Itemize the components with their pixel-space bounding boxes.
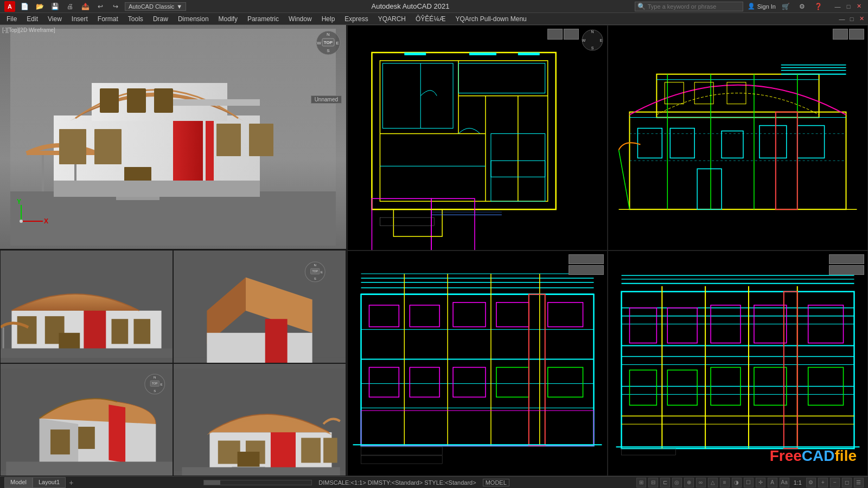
menu-dimension[interactable]: Dimension xyxy=(174,14,213,24)
otrack-icon[interactable]: ∞ xyxy=(696,478,706,487)
polar-icon[interactable]: ◎ xyxy=(672,478,682,487)
viewport-3d-main[interactable]: [-][Top][2D Wireframe] N S E W TOP xyxy=(0,25,346,250)
osnap-icon[interactable]: ⊕ xyxy=(684,478,694,487)
menu-yqarch2[interactable]: ÔŶÊÉ¼Æ xyxy=(411,14,450,24)
panel-close-button[interactable]: ✕ xyxy=(857,15,866,23)
menu-bar: File Edit View Insert Format Tools Draw … xyxy=(0,13,868,25)
save-button[interactable]: 💾 xyxy=(49,1,61,12)
viewport-controls-tl xyxy=(547,29,579,40)
viewport-ctrl-tr1[interactable] xyxy=(833,29,848,40)
sign-in-button[interactable]: 👤 Sign In xyxy=(748,3,776,10)
menu-insert[interactable]: Insert xyxy=(67,14,92,24)
cad-drawing-floorplan xyxy=(348,25,607,250)
minimize-button[interactable]: — xyxy=(833,2,842,11)
ortho-icon[interactable]: ⊏ xyxy=(660,478,670,487)
svg-rect-19 xyxy=(154,88,173,113)
svg-rect-17 xyxy=(100,88,119,113)
menu-file[interactable]: File xyxy=(2,14,21,24)
svg-text:S: S xyxy=(154,388,156,392)
menu-format[interactable]: Format xyxy=(93,14,123,24)
viewport-controls-tr xyxy=(833,29,864,40)
viewport-ctrl-bl1[interactable] xyxy=(569,254,604,264)
unnamed-button[interactable]: Unnamed xyxy=(311,95,342,104)
svg-text:N: N xyxy=(154,375,156,379)
viewport-3d-front[interactable] xyxy=(0,250,173,363)
workspace-switch-icon[interactable]: ⚙ xyxy=(806,478,816,487)
lwt-icon[interactable]: ≡ xyxy=(720,478,730,487)
viewport-ctrl-btn1[interactable] xyxy=(547,29,563,40)
cad-elevation-top[interactable] xyxy=(608,25,868,251)
anno-scale-icon[interactable]: Aa xyxy=(780,478,789,487)
svg-rect-20 xyxy=(59,129,86,164)
titlebar-left: A 📄 📂 💾 🖨 📤 ↩ ↪ AutoCAD Classic ▼ xyxy=(4,1,186,12)
viewport-ctrl-tr2[interactable] xyxy=(849,29,864,40)
svg-rect-76 xyxy=(182,467,340,476)
cad-floorplan-top[interactable]: N S E W xyxy=(347,25,608,251)
menu-modify[interactable]: Modify xyxy=(214,14,242,24)
open-button[interactable]: 📂 xyxy=(34,1,46,12)
panel-maximize-button[interactable]: □ xyxy=(847,15,856,23)
publish-button[interactable]: 📤 xyxy=(79,1,91,12)
help-icon[interactable]: ❓ xyxy=(813,1,825,12)
viewport-ctrl-br2[interactable] xyxy=(829,265,864,275)
viewport-ctrl-bl2[interactable] xyxy=(569,265,604,275)
viewport-ctrl-br1[interactable] xyxy=(829,254,864,264)
maximize-button[interactable]: □ xyxy=(844,2,853,11)
zoom-out-icon[interactable]: − xyxy=(830,478,840,487)
gizmo-icon[interactable]: ✛ xyxy=(756,478,765,487)
cad-section-bottom-right[interactable]: FreeCADfile xyxy=(608,251,868,476)
ducs-icon[interactable]: △ xyxy=(708,478,718,487)
zoom-in-icon[interactable]: + xyxy=(818,478,828,487)
annotation-icon[interactable]: A xyxy=(768,478,777,487)
plot-button[interactable]: 🖨 xyxy=(64,1,76,12)
grid-icon[interactable]: ⊞ xyxy=(636,478,646,487)
cad-section-bottom-left[interactable] xyxy=(347,251,608,476)
svg-rect-96 xyxy=(404,53,426,55)
close-button[interactable]: ✕ xyxy=(855,2,864,11)
scale-value[interactable]: 1:1 xyxy=(792,479,804,486)
sel-filter-icon[interactable]: ☐ xyxy=(744,478,754,487)
panel-minimize-button[interactable]: — xyxy=(838,15,846,23)
workspace-selector[interactable]: AutoCAD Classic ▼ xyxy=(125,2,186,11)
transparency-icon[interactable]: ◑ xyxy=(732,478,742,487)
viewport-3d-side-left[interactable]: N S E TOP xyxy=(0,363,173,477)
menu-view[interactable]: View xyxy=(43,14,66,24)
menu-pulldown[interactable]: YQArch Pull-down Menu xyxy=(451,14,531,24)
properties-icon[interactable]: ☰ xyxy=(854,478,864,487)
settings-icon[interactable]: ⚙ xyxy=(796,1,808,12)
add-layout-button[interactable]: + xyxy=(66,477,76,488)
autocad-logo-icon[interactable]: A xyxy=(4,1,15,12)
search-input[interactable] xyxy=(648,3,735,10)
redo-button[interactable]: ↪ xyxy=(110,1,122,12)
svg-rect-26 xyxy=(116,197,159,200)
menu-parametric[interactable]: Parametric xyxy=(243,14,283,24)
menu-yqarch[interactable]: YQARCH xyxy=(374,14,410,24)
status-tabs: Model Layout1 + xyxy=(4,477,76,488)
menu-edit[interactable]: Edit xyxy=(22,14,42,24)
menu-window[interactable]: Window xyxy=(284,14,316,24)
menu-help[interactable]: Help xyxy=(317,14,340,24)
viewport-3d-top-perspective[interactable]: N S E TOP xyxy=(173,250,346,363)
menu-express[interactable]: Express xyxy=(340,14,372,24)
horizontal-scrollbar[interactable] xyxy=(203,480,312,485)
cart-icon[interactable]: 🛒 xyxy=(780,1,792,12)
viewport-ctrl-btn2[interactable] xyxy=(564,29,579,40)
svg-rect-72 xyxy=(301,438,321,463)
nav-cube[interactable]: N S E W TOP xyxy=(315,29,342,56)
svg-rect-39 xyxy=(133,319,150,344)
svg-rect-53 xyxy=(265,319,288,362)
menu-tools[interactable]: Tools xyxy=(124,14,148,24)
status-model[interactable]: MODEL xyxy=(483,479,509,486)
layout1-tab[interactable]: Layout1 xyxy=(33,477,66,488)
viewport-controls-bl xyxy=(569,254,604,275)
model-tab[interactable]: Model xyxy=(4,477,33,488)
new-button[interactable]: 📄 xyxy=(18,1,30,12)
isolate-icon[interactable]: ◻ xyxy=(842,478,852,487)
svg-text:E: E xyxy=(336,41,339,46)
undo-button[interactable]: ↩ xyxy=(94,1,106,12)
snap-icon[interactable]: ⊟ xyxy=(648,478,658,487)
viewport-label-main: [-][Top][2D Wireframe] xyxy=(2,27,55,33)
menu-draw[interactable]: Draw xyxy=(149,14,173,24)
search-bar[interactable]: 🔍 xyxy=(635,2,743,11)
viewport-3d-angle[interactable] xyxy=(173,363,346,477)
